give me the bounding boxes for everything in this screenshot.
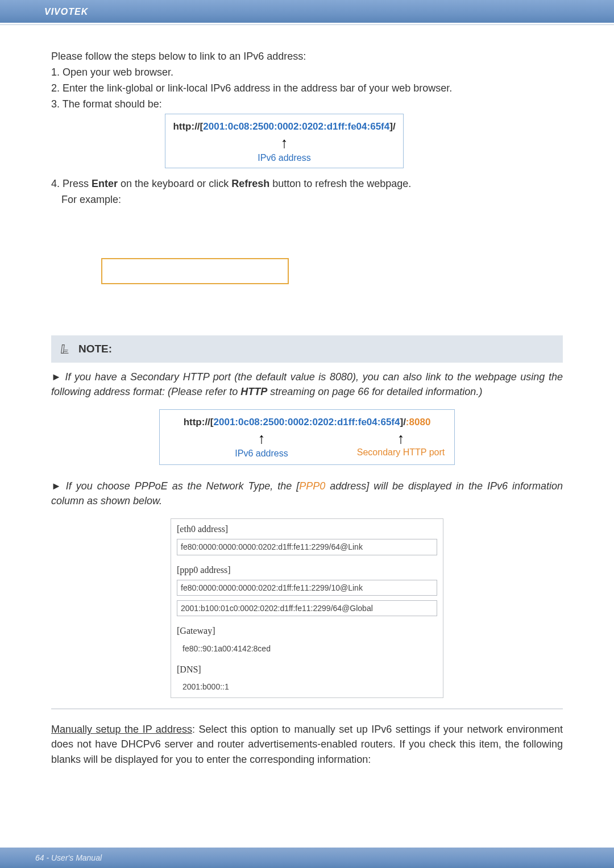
note-bar: NOTE: xyxy=(51,335,563,363)
step4-b: on the keyboard or click xyxy=(118,178,231,189)
url2-arrow-col1: ↑ IPv6 address xyxy=(168,431,355,460)
note2-ppp: PPP0 xyxy=(299,480,325,492)
dns-value: 2001:b000::1 xyxy=(177,679,437,694)
ppp0-value-2: 2001:b100:01c0:0002:0202:d1ff:fe11:2299/… xyxy=(177,600,437,616)
page: VIVOTEK Please follow the steps below to… xyxy=(0,0,614,868)
example-placeholder-box xyxy=(101,258,289,284)
url-format-box-2: http://[2001:0c08:2500:0002:0202:d1ff:fe… xyxy=(159,409,455,465)
url2-arrow-row: ↑ IPv6 address ↑ Secondary HTTP port xyxy=(168,431,446,460)
step4-a: 4. Press xyxy=(51,178,92,189)
ppp0-value-1: fe80:0000:0000:0000:0202:d1ff:fe11:2299/… xyxy=(177,580,437,596)
url1-line: http://[2001:0c08:2500:0002:0202:d1ff:fe… xyxy=(172,120,396,134)
dns-label: [DNS] xyxy=(171,659,443,678)
note-title: NOTE: xyxy=(78,341,112,357)
url2-port-label: Secondary HTTP port xyxy=(355,446,446,459)
step4-c: button to refresh the webpage. xyxy=(269,178,411,189)
ipv6-info-panel: [eth0 address] fe80:0000:0000:0000:0202:… xyxy=(171,518,443,698)
ppp0-label: [ppp0 address] xyxy=(171,560,443,579)
footer-text: 64 - User's Manual xyxy=(35,853,102,862)
brand-text: VIVOTEK xyxy=(44,7,88,16)
step-1: 1. Open your web browser. xyxy=(51,65,563,80)
step4-refresh: Refresh xyxy=(231,178,269,189)
header-bar: VIVOTEK xyxy=(0,0,614,23)
arrow-up-icon: ↑ xyxy=(281,135,288,150)
url1-ip: 2001:0c08:2500:0002:0202:d1ff:fe04:65f4 xyxy=(203,121,389,132)
note-paragraph-1: ► If you have a Secondary HTTP port (the… xyxy=(51,369,563,399)
content-area: Please follow the steps below to link to… xyxy=(0,25,614,778)
url2-ip: 2001:0c08:2500:0002:0202:d1ff:fe04:65f4 xyxy=(214,417,400,427)
manual-setup-paragraph: Manually setup the IP address: Select th… xyxy=(51,722,563,766)
note2-a: ► If you choose PPPoE as the Network Typ… xyxy=(51,480,299,492)
url1-ipv6-label: IPv6 address xyxy=(172,151,396,164)
manual-underline: Manually setup the IP address xyxy=(51,724,192,735)
step-3: 3. The format should be: xyxy=(51,97,563,111)
arrow-up-icon: ↑ xyxy=(168,431,355,446)
step4-example: For example: xyxy=(51,192,563,207)
intro-text: Please follow the steps below to link to… xyxy=(51,49,563,64)
footer-bar: 64 - User's Manual xyxy=(0,848,614,868)
url2-port: 8080 xyxy=(409,417,431,427)
url1-prefix: http:// xyxy=(173,121,200,132)
url1-suffix: / xyxy=(393,121,396,132)
url2-prefix: http:// xyxy=(184,417,210,427)
url2-arrow-col2: ↑ Secondary HTTP port xyxy=(355,431,446,460)
url2-line: http://[2001:0c08:2500:0002:0202:d1ff:fe… xyxy=(168,416,446,430)
gateway-value: fe80::90:1a00:4142:8ced xyxy=(177,641,437,656)
note-paragraph-2: ► If you choose PPPoE as the Network Typ… xyxy=(51,479,563,508)
url-format-box-1: http://[2001:0c08:2500:0002:0202:d1ff:fe… xyxy=(165,114,404,168)
gateway-label: [Gateway] xyxy=(171,621,443,639)
url1-arrow-row: ↑ xyxy=(172,135,396,150)
arrow-up-icon: ↑ xyxy=(355,431,446,446)
note-bottom-rule xyxy=(51,708,563,709)
note1-b: streaming on page 66 for detailed inform… xyxy=(267,386,482,397)
eth0-label: [eth0 address] xyxy=(171,519,443,538)
step4-enter: Enter xyxy=(92,178,118,189)
step-2: 2. Enter the link-global or link-local I… xyxy=(51,81,563,95)
url2-ip-label: IPv6 address xyxy=(168,447,355,460)
note-icon xyxy=(59,343,72,355)
note1-http: HTTP xyxy=(240,386,267,397)
eth0-value: fe80:0000:0000:0000:0202:d1ff:fe11:2299/… xyxy=(177,539,437,555)
step-4: 4. Press Enter on the keyboard or click … xyxy=(51,176,563,191)
